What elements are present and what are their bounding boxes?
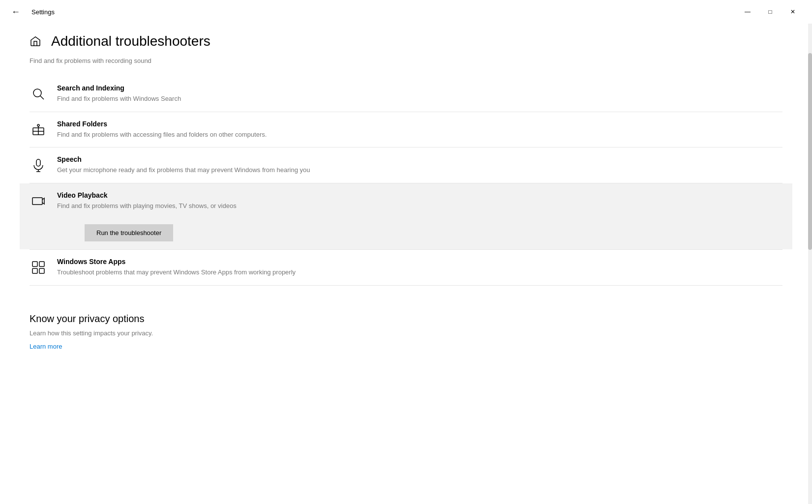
privacy-description: Learn how this setting impacts your priv… bbox=[30, 329, 782, 337]
video-playback-title: Video Playback bbox=[57, 191, 782, 199]
run-troubleshooter-button[interactable]: Run the troubleshooter bbox=[85, 224, 173, 241]
shared-folders-icon bbox=[30, 121, 47, 139]
windows-store-apps-icon bbox=[30, 259, 47, 276]
video-playback-icon bbox=[30, 192, 47, 210]
speech-content: Speech Get your microphone ready and fix… bbox=[57, 155, 782, 175]
page-title: Additional troubleshooters bbox=[51, 33, 211, 49]
title-bar-left: ← Settings bbox=[8, 4, 55, 20]
windows-store-apps-content: Windows Store Apps Troubleshoot problems… bbox=[57, 258, 782, 277]
search-indexing-icon bbox=[30, 85, 47, 103]
speech-description: Get your microphone ready and fix proble… bbox=[57, 165, 782, 175]
divider-5 bbox=[30, 285, 782, 286]
back-button[interactable]: ← bbox=[8, 4, 24, 20]
troubleshooter-search-indexing[interactable]: Search and Indexing Find and fix problem… bbox=[30, 76, 782, 112]
svg-rect-7 bbox=[36, 159, 40, 166]
windows-store-apps-description: Troubleshoot problems that may prevent W… bbox=[57, 267, 782, 277]
scrollbar-thumb[interactable] bbox=[808, 53, 812, 250]
shared-folders-description: Find and fix problems with accessing fil… bbox=[57, 130, 782, 140]
search-indexing-description: Find and fix problems with Windows Searc… bbox=[57, 94, 782, 104]
maximize-button[interactable]: □ bbox=[759, 4, 782, 20]
scrollbar-track bbox=[808, 24, 812, 504]
video-playback-content: Video Playback Find and fix problems wit… bbox=[57, 191, 782, 211]
svg-rect-14 bbox=[39, 268, 44, 273]
title-bar: ← Settings — □ ✕ bbox=[0, 0, 812, 24]
speech-title: Speech bbox=[57, 155, 782, 163]
page-header: Additional troubleshooters bbox=[30, 24, 782, 49]
windows-store-apps-title: Windows Store Apps bbox=[57, 258, 782, 266]
troubleshooter-speech[interactable]: Speech Get your microphone ready and fix… bbox=[30, 148, 782, 183]
minimize-button[interactable]: — bbox=[736, 4, 759, 20]
main-content: Additional troubleshooters Find and fix … bbox=[0, 24, 812, 504]
svg-line-1 bbox=[40, 96, 44, 99]
video-playback-description: Find and fix problems with playing movie… bbox=[57, 201, 782, 211]
svg-point-6 bbox=[37, 124, 39, 126]
app-title: Settings bbox=[31, 8, 55, 16]
learn-more-link[interactable]: Learn more bbox=[30, 343, 62, 350]
shared-folders-title: Shared Folders bbox=[57, 120, 782, 128]
shared-folders-content: Shared Folders Find and fix problems wit… bbox=[57, 120, 782, 140]
truncated-description: Find and fix problems with recording sou… bbox=[30, 57, 782, 64]
close-button[interactable]: ✕ bbox=[782, 4, 804, 20]
video-playback-row: Video Playback Find and fix problems wit… bbox=[30, 191, 782, 211]
home-icon bbox=[30, 35, 41, 47]
svg-rect-11 bbox=[32, 262, 37, 267]
svg-rect-12 bbox=[39, 262, 44, 267]
troubleshooter-video-playback[interactable]: Video Playback Find and fix problems wit… bbox=[20, 183, 792, 250]
video-playback-actions: Run the troubleshooter bbox=[57, 218, 782, 241]
title-bar-controls: — □ ✕ bbox=[736, 4, 804, 20]
svg-rect-13 bbox=[32, 268, 37, 273]
svg-rect-10 bbox=[32, 198, 42, 205]
troubleshooter-shared-folders[interactable]: Shared Folders Find and fix problems wit… bbox=[30, 112, 782, 148]
search-indexing-content: Search and Indexing Find and fix problem… bbox=[57, 84, 782, 104]
speech-icon bbox=[30, 156, 47, 174]
privacy-title: Know your privacy options bbox=[30, 313, 782, 325]
privacy-section: Know your privacy options Learn how this… bbox=[30, 305, 782, 351]
svg-point-0 bbox=[33, 89, 41, 97]
troubleshooter-windows-store-apps[interactable]: Windows Store Apps Troubleshoot problems… bbox=[30, 250, 782, 285]
search-indexing-title: Search and Indexing bbox=[57, 84, 782, 92]
